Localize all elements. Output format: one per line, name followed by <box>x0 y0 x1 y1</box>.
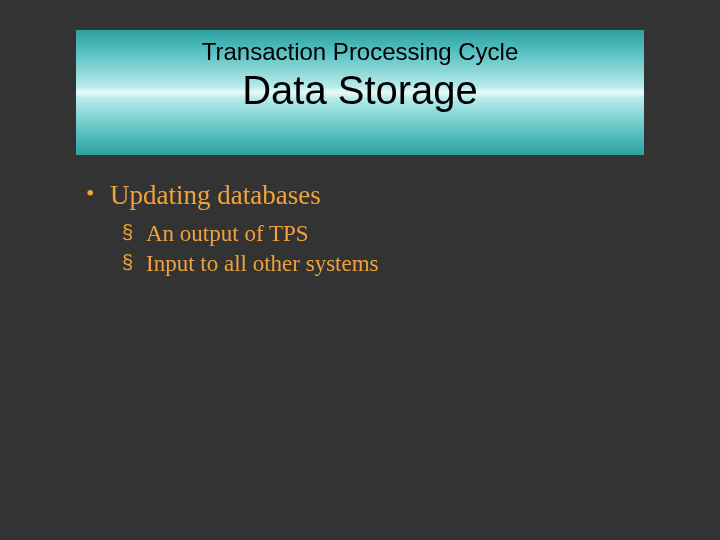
title-box: Transaction Processing Cycle Data Storag… <box>76 30 644 155</box>
slide-body: Updating databases An output of TPS Inpu… <box>86 180 646 281</box>
bullet-level2: An output of TPS <box>122 221 646 247</box>
slide: Transaction Processing Cycle Data Storag… <box>0 0 720 540</box>
bullet-level1: Updating databases <box>86 180 646 211</box>
title-main: Data Storage <box>76 68 644 113</box>
bullet-level2: Input to all other systems <box>122 251 646 277</box>
title-overline: Transaction Processing Cycle <box>76 38 644 66</box>
